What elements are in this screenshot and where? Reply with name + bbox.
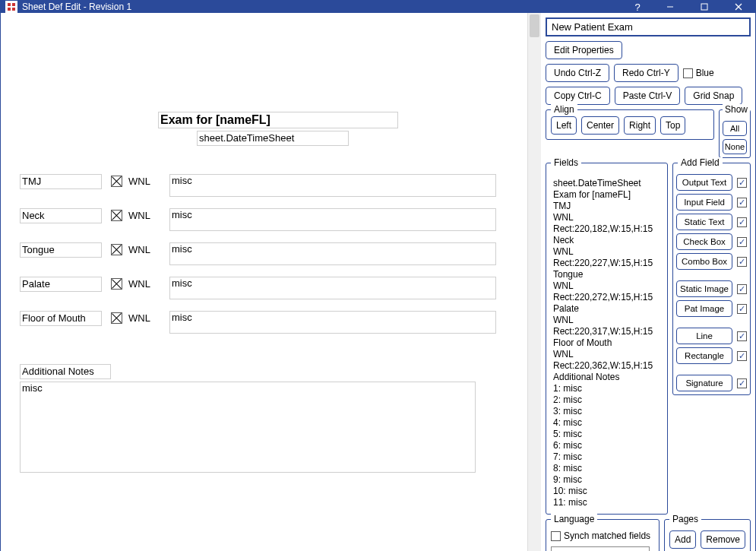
canvas-check-4[interactable] [111,312,122,324]
fields-list-item[interactable]: Floor of Mouth [553,337,660,349]
add-pat-image-button[interactable]: Pat Image [676,300,732,317]
canvas-check-3[interactable] [111,278,122,290]
show-none-button[interactable]: None [723,139,747,154]
fields-list-item[interactable]: 10: misc [553,486,660,497]
fields-list-item[interactable]: 1: misc [553,383,660,394]
fields-list-item[interactable]: WNL [553,246,660,258]
add-rectangle-button[interactable]: Rectangle [676,347,732,364]
show-input-field-checkbox[interactable] [737,198,747,207]
fields-list-item[interactable]: 5: misc [553,429,660,440]
fields-list-item[interactable]: 4: misc [553,417,660,429]
copy-button[interactable]: Copy Ctrl-C [546,87,610,105]
canvas-label-2[interactable]: Tongue [20,242,102,258]
canvas-check-0[interactable] [111,176,122,187]
canvas-label-1[interactable]: Neck [20,208,102,223]
canvas-notes-label[interactable]: Additional Notes [20,364,111,379]
show-combo-box-checkbox[interactable] [737,257,747,267]
fields-list-item[interactable]: Rect:220,317,W:15,H:15 [553,326,660,337]
canvas-datetime[interactable]: sheet.DateTimeSheet [197,131,349,146]
fields-list-item[interactable]: WNL [553,315,660,326]
canvas-wnl-3[interactable]: WNL [126,277,158,292]
fields-list-item[interactable]: 2: misc [553,394,660,406]
minimize-button[interactable] [653,1,687,13]
show-output-text-checkbox[interactable] [737,178,747,188]
show-line-checkbox[interactable] [737,331,747,341]
redo-button[interactable]: Redo Ctrl-Y [614,64,679,82]
page-add-button[interactable]: Add [669,530,696,549]
synch-checkbox[interactable]: Synch matched fields [551,530,650,541]
show-static-text-checkbox[interactable] [737,217,747,227]
canvas-misc-4[interactable]: misc [169,311,496,334]
show-static-image-checkbox[interactable] [737,284,747,294]
canvas-check-2[interactable] [111,244,122,255]
fields-list-item[interactable]: WNL [553,349,660,360]
fields-list-item[interactable]: Tongue [553,269,660,280]
fields-list-item[interactable]: sheet.DateTimeSheet [553,178,660,189]
fields-list-item[interactable]: 3: misc [553,406,660,417]
canvas-wnl-4[interactable]: WNL [126,311,158,326]
sheet-canvas[interactable]: Exam for [nameFL] sheet.DateTimeSheet TM… [1,13,527,551]
synch-label: Synch matched fields [564,530,650,541]
show-pat-image-checkbox[interactable] [737,304,747,314]
add-line-button[interactable]: Line [676,328,732,344]
fields-list-item[interactable]: 8: misc [553,463,660,474]
canvas-notes-value[interactable]: misc [20,382,476,473]
vertical-scrollbar[interactable] [527,13,541,551]
fields-list-item[interactable]: Rect:220,362,W:15,H:15 [553,360,660,372]
canvas-misc-2[interactable]: misc [169,242,496,265]
fields-list-item[interactable]: 9: misc [553,474,660,486]
blue-checkbox[interactable]: Blue [683,68,714,78]
canvas-wnl-0[interactable]: WNL [126,174,158,189]
fields-list-item[interactable]: Neck [553,235,660,246]
fields-list-item[interactable]: Rect:220,227,W:15,H:15 [553,258,660,269]
canvas-misc-3[interactable]: misc [169,277,496,299]
canvas-wnl-1[interactable]: WNL [126,208,158,223]
add-combo-box-button[interactable]: Combo Box [676,253,732,270]
show-all-button[interactable]: All [723,121,747,136]
gridsnap-button[interactable]: Grid Snap [685,87,742,105]
fields-list-item[interactable]: WNL [553,280,660,292]
add-signature-button[interactable]: Signature [676,375,732,391]
align-center-button[interactable]: Center [581,116,619,135]
undo-button[interactable]: Undo Ctrl-Z [546,64,609,82]
align-right-button[interactable]: Right [624,116,656,135]
canvas-label-0[interactable]: TMJ [20,174,102,189]
fields-list-item[interactable]: 6: misc [553,440,660,451]
fields-list-item[interactable]: 11: misc [553,497,660,508]
show-check-box-checkbox[interactable] [737,237,747,247]
fields-list-item[interactable]: TMJ [553,201,660,212]
show-signature-checkbox[interactable] [737,378,747,388]
add-static-text-button[interactable]: Static Text [676,214,732,230]
canvas-label-3[interactable]: Palate [20,277,102,292]
sheet-name-field[interactable]: New Patient Exam [546,17,751,36]
add-check-box-button[interactable]: Check Box [676,233,732,250]
window-title: Sheet Def Edit - Revision 1 [22,2,622,12]
fields-list-item[interactable]: Palate [553,303,660,315]
canvas-wnl-2[interactable]: WNL [126,242,158,258]
align-left-button[interactable]: Left [551,116,577,135]
edit-properties-button[interactable]: Edit Properties [546,41,622,59]
fields-list[interactable]: sheet.DateTimeSheetExam for [nameFL]TMJW… [549,176,664,511]
canvas-misc-1[interactable]: misc [169,208,496,231]
align-top-button[interactable]: Top [660,116,685,135]
fields-list-item[interactable]: Exam for [nameFL] [553,189,660,201]
add-input-field-button[interactable]: Input Field [676,194,732,211]
language-select[interactable]: Default ▾ [551,546,650,552]
fields-list-item[interactable]: 7: misc [553,451,660,463]
close-button[interactable] [721,1,755,13]
help-button[interactable]: ? [622,1,653,13]
canvas-misc-0[interactable]: misc [169,174,496,197]
add-static-image-button[interactable]: Static Image [676,280,732,297]
show-rectangle-checkbox[interactable] [737,351,747,361]
maximize-button[interactable] [687,1,721,13]
fields-list-item[interactable]: Rect:220,182,W:15,H:15 [553,223,660,235]
add-output-text-button[interactable]: Output Text [676,174,732,191]
fields-list-item[interactable]: Rect:220,272,W:15,H:15 [553,292,660,303]
canvas-label-4[interactable]: Floor of Mouth [20,311,102,326]
canvas-header[interactable]: Exam for [nameFL] [158,112,398,128]
page-remove-button[interactable]: Remove [701,530,745,549]
fields-list-item[interactable]: Additional Notes [553,372,660,383]
fields-list-item[interactable]: WNL [553,212,660,223]
canvas-check-1[interactable] [111,210,122,221]
paste-button[interactable]: Paste Ctrl-V [615,87,681,105]
